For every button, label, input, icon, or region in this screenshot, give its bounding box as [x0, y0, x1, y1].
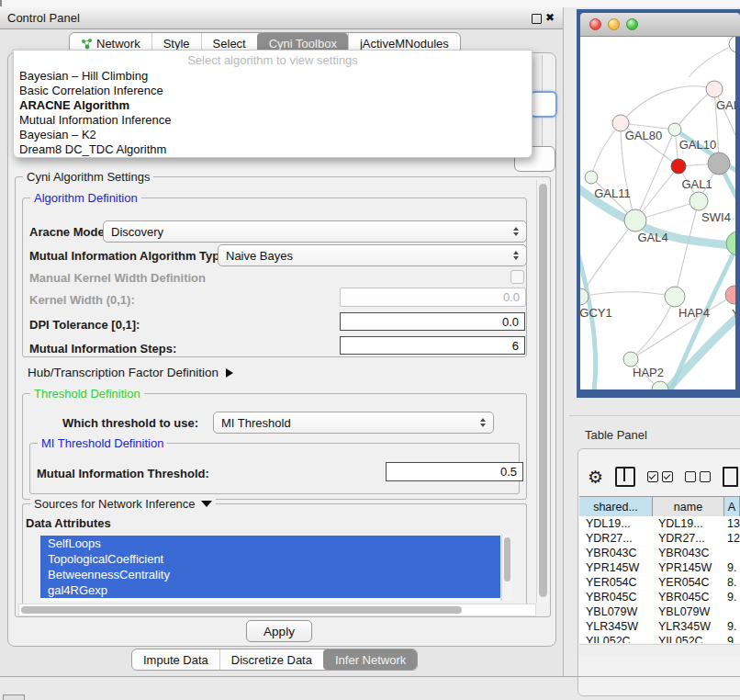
- table-row[interactable]: YIL052CYIL052C9: [579, 634, 740, 643]
- table-cell: YER054C: [653, 575, 724, 590]
- unchecked-checkbox-pair-icon[interactable]: [685, 471, 711, 482]
- close-icon[interactable]: ✖: [545, 11, 555, 24]
- tab-infer-network[interactable]: Infer Network: [323, 649, 417, 670]
- node-gal1[interactable]: [690, 192, 708, 210]
- which-threshold-value: MI Threshold: [221, 416, 291, 430]
- algorithm-item-mutual-information-inference[interactable]: Mutual Information Inference: [14, 113, 532, 128]
- node-top-cut[interactable]: [729, 37, 735, 52]
- attribute-betweennesscentrality[interactable]: BetweennessCentrality: [40, 567, 500, 582]
- table-cell: YPR145W: [579, 560, 653, 575]
- node-label-gal11: GAL11: [594, 186, 631, 200]
- document-icon[interactable]: [723, 467, 738, 487]
- node-label-gal4: GAL4: [637, 231, 667, 244]
- table-row[interactable]: YER054CYER054C8.: [579, 575, 740, 590]
- table-cell: YBR043C: [579, 546, 653, 560]
- aracne-mode-combobox[interactable]: Discovery: [103, 220, 527, 243]
- checked-checkbox-pair-icon[interactable]: [647, 471, 673, 482]
- close-traffic-icon[interactable]: [589, 18, 601, 30]
- network-edge: [621, 86, 714, 123]
- table-row[interactable]: YPR145WYPR145W9.: [579, 560, 740, 575]
- data-attributes-list[interactable]: SelfLoopsTopologicalCoefficientBetweenne…: [40, 536, 500, 601]
- node-gal4[interactable]: [624, 209, 646, 231]
- column-header-a[interactable]: A: [724, 497, 740, 516]
- minimize-traffic-icon[interactable]: [608, 18, 620, 30]
- algorithm-item-aracne-algorithm[interactable]: ARACNE Algorithm: [14, 98, 532, 113]
- tab-label: Select: [213, 37, 246, 51]
- bottom-left-widget[interactable]: [3, 694, 25, 700]
- table-row[interactable]: YBL079WYBL079W: [579, 604, 740, 619]
- algorithm-dropdown-popup: Select algorithm to view settings Bayesi…: [13, 50, 533, 158]
- mi-algorithm-type-combobox[interactable]: Naive Bayes: [218, 244, 527, 266]
- network-canvas[interactable]: GALGAL80GAL10GAL1GAL11SWI4GAL4GCY1HAP4YH…: [580, 37, 735, 390]
- node-gray[interactable]: [708, 152, 730, 175]
- manual-kernel-checkbox[interactable]: [510, 270, 524, 284]
- dpi-tolerance-field[interactable]: 0.0: [340, 312, 525, 331]
- table-cell: YLR345W: [653, 619, 724, 634]
- table-panel-title: Table Panel: [585, 428, 647, 442]
- settings-vscrollbar[interactable]: [536, 180, 549, 603]
- node-gal10[interactable]: [668, 123, 681, 136]
- sources-title-row[interactable]: Sources for Network Inference: [30, 497, 216, 511]
- table-row[interactable]: YDR27...YDR27...12: [579, 531, 740, 546]
- node-red[interactable]: [671, 159, 686, 174]
- node-label-gal10: GAL10: [679, 138, 716, 152]
- table-hscrollbar[interactable]: [579, 644, 740, 656]
- column-header-name[interactable]: name: [653, 497, 724, 516]
- attributes-scrollbar-thumb[interactable]: [504, 537, 510, 581]
- table-row[interactable]: YDL19...YDL19...13: [579, 516, 740, 531]
- apply-button[interactable]: Apply: [246, 620, 312, 642]
- settings-hscrollbar[interactable]: [18, 604, 536, 616]
- attribute-gal4rgexp[interactable]: gal4RGexp: [40, 582, 500, 598]
- split-columns-icon[interactable]: [615, 467, 635, 487]
- obscured-inference-combobox[interactable]: [530, 91, 557, 118]
- tab-label: jActiveMNodules: [360, 37, 449, 51]
- table-row[interactable]: YBR045CYBR045C9.: [579, 590, 740, 604]
- node-label-gal: GAL: [716, 98, 735, 112]
- mi-threshold-field[interactable]: 0.5: [386, 462, 523, 481]
- node-gal-right[interactable]: [706, 81, 723, 97]
- settings-hscrollbar-thumb[interactable]: [21, 606, 462, 614]
- node-swi4[interactable]: [726, 231, 735, 255]
- tab-discretize-data[interactable]: Discretize Data: [219, 649, 323, 670]
- algorithm-item-bayesian-k2[interactable]: Bayesian – K2: [14, 128, 532, 142]
- attributes-scrollbar[interactable]: [501, 536, 512, 601]
- mi-algorithm-type-value: Naive Bayes: [226, 249, 293, 263]
- zoom-traffic-icon[interactable]: [626, 18, 638, 30]
- table-cell: 12: [724, 531, 740, 546]
- column-header-shared[interactable]: shared...: [579, 497, 653, 516]
- table-row[interactable]: YLR345WYLR345W9.: [579, 619, 740, 634]
- tab-label: Network: [96, 37, 140, 51]
- attribute-topologicalcoefficient[interactable]: TopologicalCoefficient: [40, 551, 500, 567]
- algorithm-item-bayesian-hill-climbing[interactable]: Bayesian – Hill Climbing: [14, 69, 532, 84]
- node-hap4[interactable]: [665, 287, 685, 307]
- gear-icon[interactable]: ⚙: [588, 469, 603, 486]
- tab-impute-data[interactable]: Impute Data: [132, 649, 219, 670]
- tab-label: Infer Network: [335, 653, 406, 667]
- table-cell: 9.: [724, 619, 740, 634]
- expand-right-icon: [226, 368, 233, 378]
- table-cell: YDL19...: [653, 516, 724, 531]
- node-salmon[interactable]: [725, 286, 735, 304]
- table-cell: YBL079W: [579, 604, 653, 619]
- node-left-small[interactable]: [585, 171, 598, 184]
- algorithm-item-dream8-dc-tdc-algorithm[interactable]: Dream8 DC_TDC Algorithm: [14, 142, 532, 157]
- algorithm-item-basic-correlation-inference[interactable]: Basic Correlation Inference: [14, 84, 532, 98]
- mi-steps-field[interactable]: 6: [340, 336, 525, 355]
- kernel-width-field[interactable]: 0.0: [340, 288, 526, 307]
- network-view-titlebar[interactable]: [580, 13, 740, 37]
- aracne-mode-value: Discovery: [111, 225, 163, 239]
- cyni-bottom-tabs: Impute DataDiscretize DataInfer Network: [131, 649, 418, 671]
- table-row[interactable]: YBR043CYBR043C: [579, 546, 740, 560]
- float-window-icon[interactable]: [532, 14, 542, 24]
- node-hap2[interactable]: [623, 352, 638, 367]
- hub-definition-expander[interactable]: Hub/Transcription Factor Definition: [28, 366, 233, 379]
- splitter-grip[interactable]: [0, 0, 2, 6]
- node-label-gal80: GAL80: [625, 129, 662, 142]
- node-bottom-cut[interactable]: [652, 381, 668, 390]
- collapse-down-icon: [201, 501, 212, 507]
- settings-vscrollbar-thumb[interactable]: [539, 184, 547, 597]
- which-threshold-combobox[interactable]: MI Threshold: [213, 412, 494, 434]
- attribute-selfloops[interactable]: SelfLoops: [40, 536, 500, 551]
- stepper-icon: [513, 227, 519, 236]
- tab-label: Style: [163, 37, 190, 51]
